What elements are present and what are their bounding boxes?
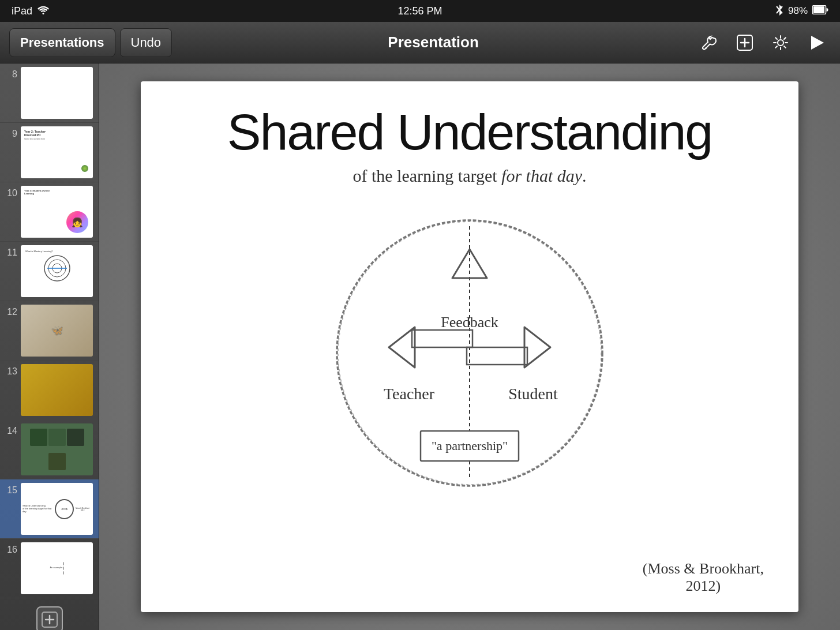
svg-text:"a partnership": "a partnership" [432, 438, 508, 453]
toolbar: Presentations Undo Presentation [0, 22, 840, 63]
slide-thumb-12[interactable]: 12 🦋 [0, 301, 99, 361]
add-button[interactable] [730, 28, 759, 57]
svg-rect-2 [813, 6, 824, 13]
slide-preview-16: An example: [21, 542, 93, 594]
svg-text:Student: Student [508, 385, 558, 403]
slide-preview-10: Year 3: Student-OwnedLearning 👧 [21, 186, 93, 238]
slide-thumb-11[interactable]: 11 What is Mastery Learning? [0, 242, 99, 301]
slide-num-10: 10 [6, 186, 17, 198]
presentations-button[interactable]: Presentations [9, 28, 115, 57]
subtitle-italic: for that day [501, 166, 582, 185]
slide-canvas: Shared Understanding of the learning tar… [141, 81, 798, 612]
svg-rect-16 [467, 347, 527, 365]
citation-text: (Moss & Brookhart,2012) [643, 560, 764, 594]
slide-num-16: 16 [6, 542, 17, 555]
subtitle-text1: of the learning target [352, 166, 501, 185]
slide-num-8: 8 [6, 67, 17, 80]
slide-num-14: 14 [6, 423, 17, 436]
slide-preview-11: What is Mastery Learning? [21, 245, 93, 297]
svg-point-3 [706, 47, 707, 48]
slide-preview-8 [21, 67, 93, 119]
slide-thumb-8[interactable]: 8 [0, 63, 99, 123]
slide-thumb-16[interactable]: 16 An example: [0, 539, 99, 598]
svg-marker-5 [811, 36, 824, 50]
toolbar-right [695, 28, 831, 57]
slide-num-13: 13 [6, 364, 17, 377]
slide-preview-12: 🦋 [21, 305, 93, 357]
battery-percent: 98% [788, 5, 808, 17]
diagram: Feedback Teacher Student "a partnership" [320, 203, 620, 503]
wrench-button[interactable] [695, 28, 723, 57]
battery-icon [812, 5, 828, 17]
svg-rect-15 [412, 330, 472, 347]
subtitle-period: . [582, 166, 587, 185]
slide-thumb-14[interactable]: 14 [0, 420, 99, 479]
svg-text:Feedback: Feedback [441, 314, 498, 331]
slide-preview-9: Year 2: Teacher-Directed PD Some text co… [21, 126, 93, 178]
slide-thumb-9[interactable]: 9 Year 2: Teacher-Directed PD Some text … [0, 123, 99, 182]
svg-text:Teacher: Teacher [384, 385, 435, 403]
slide-num-9: 9 [6, 126, 17, 139]
slide-num-15: 15 [6, 483, 17, 496]
slide-thumb-13[interactable]: 13 [0, 361, 99, 420]
slide-thumb-15[interactable]: 15 Shared Understandingof the learning t… [0, 479, 99, 539]
main-content: 8 9 Year 2: Teacher-Directed PD Some tex… [0, 63, 840, 630]
svg-marker-14 [389, 327, 415, 367]
slide-preview-15: Shared Understandingof the learning targ… [21, 483, 93, 535]
toolbar-title: Presentation [177, 33, 690, 51]
diagram-svg: Feedback Teacher Student "a partnership" [320, 203, 620, 503]
citation: (Moss & Brookhart,2012) [643, 560, 764, 595]
slide-num-11: 11 [6, 245, 17, 258]
add-slide-button[interactable] [0, 598, 99, 630]
slide-preview-14 [21, 423, 93, 475]
device-label: iPad [12, 5, 32, 17]
slide-preview-13 [21, 364, 93, 416]
status-right: 98% [775, 4, 828, 18]
status-left: iPad [12, 5, 50, 17]
play-button[interactable] [802, 28, 831, 57]
toolbar-left: Presentations Undo [9, 28, 172, 57]
slide-title: Shared Understanding [227, 104, 712, 160]
slide-canvas-area: Shared Understanding of the learning tar… [99, 63, 840, 630]
settings-button[interactable] [766, 28, 795, 57]
add-slide-icon [36, 606, 63, 630]
wifi-icon [37, 5, 50, 17]
status-time: 12:56 PM [397, 5, 442, 17]
status-bar: iPad 12:56 PM 98% [0, 0, 840, 22]
slide-panel: 8 9 Year 2: Teacher-Directed PD Some tex… [0, 63, 99, 630]
slide-subtitle: of the learning target for that day. [352, 166, 586, 186]
undo-button[interactable]: Undo [120, 28, 172, 57]
bluetooth-icon [775, 4, 783, 18]
slide-num-12: 12 [6, 305, 17, 317]
svg-point-0 [43, 13, 44, 14]
svg-marker-17 [524, 327, 550, 367]
slide-thumb-10[interactable]: 10 Year 3: Student-OwnedLearning 👧 [0, 182, 99, 242]
